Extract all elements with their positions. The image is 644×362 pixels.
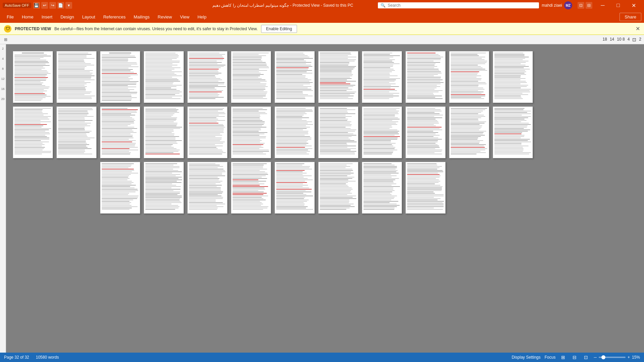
ruler-num-10: 10 8 [617, 37, 625, 42]
zoom-in-icon[interactable]: + [628, 355, 630, 360]
page-thumbnail[interactable] [362, 51, 402, 103]
search-input[interactable] [388, 3, 536, 8]
ruler-num-4: 4 [628, 37, 630, 42]
page-thumbnail[interactable] [231, 162, 271, 214]
enable-editing-button[interactable]: Enable Editing [261, 25, 297, 33]
minimize-button[interactable]: ─ [595, 0, 610, 11]
menubar: File Home Insert Design Layout Reference… [0, 11, 644, 23]
page-thumbnail[interactable] [318, 51, 358, 103]
page-thumbnail[interactable] [231, 106, 271, 158]
maximize-button[interactable]: □ [610, 0, 626, 11]
menu-layout[interactable]: Layout [78, 12, 99, 21]
page-thumbnail[interactable] [318, 162, 358, 214]
close-bar-icon[interactable]: ✕ [636, 25, 640, 32]
menu-references[interactable]: References [99, 12, 130, 21]
page-thumbnail[interactable] [100, 51, 140, 103]
page-thumbnail[interactable] [405, 51, 446, 103]
page-thumbnail[interactable] [144, 51, 184, 103]
quick-access-toolbar: 💾 ↩ ↪ 📄 ▾ [33, 2, 72, 9]
menu-insert[interactable]: Insert [38, 12, 57, 21]
ruler-numbers: 18 14 10 8 4 ⊡ 2 [603, 37, 641, 42]
ruler-mark-2: 2 [2, 47, 4, 50]
menu-design[interactable]: Design [56, 12, 78, 21]
page-thumbnail[interactable] [275, 106, 315, 158]
autosave-indicator[interactable]: AutoSave OFF [3, 3, 31, 8]
shield-icon: 🛡 [4, 25, 11, 33]
menu-help[interactable]: Help [193, 12, 210, 21]
zoom-slider[interactable] [599, 357, 626, 358]
page-thumbnail[interactable] [405, 162, 446, 214]
page-thumbnail[interactable] [187, 106, 228, 158]
page-thumbnail[interactable] [318, 106, 358, 158]
ruler-icon-right[interactable]: ⊡ [632, 37, 636, 42]
statusbar-right: Display Settings Focus ⊞ ⊟ ⊡ ─ + 15% [512, 354, 640, 361]
ruler-icon[interactable]: ⊞ [3, 37, 9, 43]
ruler-bar: ⊞ 18 14 10 8 4 ⊡ 2 [0, 35, 644, 44]
statusbar: Page 32 of 32 10580 words Display Settin… [0, 353, 644, 362]
menu-view[interactable]: View [176, 12, 193, 21]
page-thumbnail[interactable] [362, 162, 402, 214]
protected-message: Be careful—files from the Internet can c… [54, 27, 258, 31]
zoom-thumb [601, 355, 605, 359]
left-ruler: 2 4 8 12 16 20 [0, 44, 6, 353]
document-area: 2 4 8 12 16 20 [0, 44, 644, 353]
menu-file[interactable]: File [3, 12, 18, 21]
page-thumbnail[interactable] [362, 106, 402, 158]
page-thumbnail[interactable] [275, 162, 315, 214]
page-thumbnail[interactable] [144, 106, 184, 158]
page-thumbnail[interactable] [13, 106, 53, 158]
ruler-num-2: 2 [639, 37, 641, 42]
redo-icon[interactable]: ↪ [49, 2, 56, 9]
menu-review[interactable]: Review [154, 12, 176, 21]
page-thumbnail[interactable] [493, 51, 533, 103]
page-thumbnail[interactable] [100, 162, 140, 214]
zoom-controls: ─ + 15% [594, 355, 640, 360]
page-thumbnail[interactable] [56, 51, 97, 103]
ribbon-controls: ⊡ ⊟ [578, 2, 592, 9]
ruler-mark-4: 4 [2, 57, 4, 60]
page-thumbnail[interactable] [275, 51, 315, 103]
page-thumbnail[interactable] [187, 162, 228, 214]
page-thumbnail[interactable] [493, 106, 533, 158]
page-thumbnail[interactable] [449, 106, 489, 158]
share-button[interactable]: Share [620, 13, 641, 21]
search-icon: 🔍 [381, 3, 386, 8]
window-controls: ─ □ ✕ [595, 0, 641, 11]
protected-label: PROTECTED VIEW [15, 27, 51, 31]
zoom-out-icon[interactable]: ─ [594, 355, 597, 360]
page-thumbnail[interactable] [405, 106, 446, 158]
search-box[interactable]: 🔍 [378, 2, 539, 8]
ruler-mark-16: 16 [1, 87, 4, 91]
save-icon[interactable]: 💾 [33, 2, 40, 9]
ruler-mark-8: 8 [2, 67, 4, 70]
undo-icon[interactable]: ↩ [41, 2, 48, 9]
titlebar-left: AutoSave OFF 💾 ↩ ↪ 📄 ▾ [3, 2, 188, 9]
protected-view-bar: 🛡 PROTECTED VIEW Be careful—files from t… [0, 23, 644, 35]
page-thumbnail[interactable] [56, 106, 97, 158]
page-thumbnail[interactable] [187, 51, 228, 103]
menu-mailings[interactable]: Mailings [130, 12, 154, 21]
page-thumbnail[interactable] [231, 51, 271, 103]
user-avatar: MZ [564, 1, 572, 9]
ruler-mark-20: 20 [1, 97, 4, 101]
menu-home[interactable]: Home [18, 12, 38, 21]
close-button[interactable]: ✕ [626, 0, 641, 11]
ribbon-display-icon[interactable]: ⊡ [578, 2, 584, 9]
display-settings-button[interactable]: Display Settings [512, 355, 541, 360]
ruler-num-14: 14 [610, 37, 614, 42]
pages-grid [13, 51, 637, 214]
web-layout-view[interactable]: ⊟ [571, 354, 578, 361]
print-layout-view[interactable]: ⊞ [559, 354, 567, 361]
page-thumbnail[interactable] [449, 51, 489, 103]
focus-button[interactable]: Focus [545, 355, 556, 360]
document-title: چگونه میتوانیم اضطراب امتحان را کاهش دهی… [190, 3, 375, 8]
read-mode-view[interactable]: ⊡ [582, 354, 590, 361]
page-thumbnail[interactable] [13, 51, 53, 103]
ruler-num-18: 18 [603, 37, 607, 42]
file-icon[interactable]: 📄 [57, 2, 64, 9]
page-thumbnail[interactable] [100, 106, 140, 158]
page-thumbnail[interactable] [144, 162, 184, 214]
more-icon[interactable]: ▾ [65, 2, 72, 9]
user-name: mahdi ziaei [542, 3, 562, 8]
ribbon-expand-icon[interactable]: ⊟ [586, 2, 592, 9]
